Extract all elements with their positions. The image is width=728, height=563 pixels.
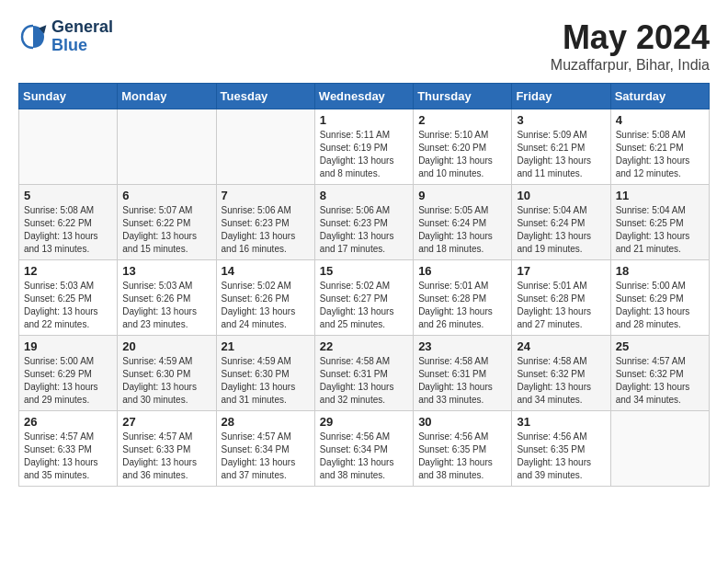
day-number: 27 [122, 415, 210, 429]
day-info: Sunrise: 5:00 AMSunset: 6:29 PMDaylight:… [616, 280, 704, 331]
calendar-cell: 15Sunrise: 5:02 AMSunset: 6:27 PMDayligh… [314, 260, 413, 336]
day-number: 9 [418, 189, 506, 202]
day-number: 31 [517, 415, 605, 429]
day-number: 25 [616, 339, 704, 353]
title-area: May 2024 Muzaffarpur, Bihar, India [551, 18, 710, 74]
calendar-cell: 8Sunrise: 5:06 AMSunset: 6:23 PMDaylight… [314, 185, 413, 260]
day-number: 11 [616, 189, 704, 202]
calendar-cell: 27Sunrise: 4:57 AMSunset: 6:33 PMDayligh… [118, 411, 216, 487]
calendar-cell: 14Sunrise: 5:02 AMSunset: 6:26 PMDayligh… [216, 260, 314, 336]
weekday-header-friday: Friday [512, 84, 610, 109]
day-number: 6 [122, 189, 210, 202]
day-info: Sunrise: 5:10 AMSunset: 6:20 PMDaylight:… [418, 129, 506, 180]
weekday-header-row: SundayMondayTuesdayWednesdayThursdayFrid… [19, 84, 710, 109]
calendar-cell [118, 109, 216, 185]
day-number: 10 [517, 189, 605, 202]
calendar-cell: 1Sunrise: 5:11 AMSunset: 6:19 PMDaylight… [314, 109, 413, 185]
day-info: Sunrise: 5:01 AMSunset: 6:28 PMDaylight:… [517, 280, 605, 331]
week-row-3: 12Sunrise: 5:03 AMSunset: 6:25 PMDayligh… [19, 260, 710, 336]
day-info: Sunrise: 5:07 AMSunset: 6:22 PMDaylight:… [122, 204, 210, 256]
day-number: 8 [320, 189, 408, 202]
calendar-cell: 19Sunrise: 5:00 AMSunset: 6:29 PMDayligh… [19, 336, 118, 411]
week-row-1: 1Sunrise: 5:11 AMSunset: 6:19 PMDaylight… [19, 109, 710, 185]
logo-icon [18, 22, 48, 52]
day-info: Sunrise: 4:56 AMSunset: 6:35 PMDaylight:… [418, 431, 506, 482]
day-info: Sunrise: 5:04 AMSunset: 6:25 PMDaylight:… [616, 204, 704, 256]
calendar-cell: 18Sunrise: 5:00 AMSunset: 6:29 PMDayligh… [610, 260, 709, 336]
weekday-header-monday: Monday [118, 84, 216, 109]
calendar-cell: 31Sunrise: 4:56 AMSunset: 6:35 PMDayligh… [512, 411, 610, 487]
calendar-cell: 7Sunrise: 5:06 AMSunset: 6:23 PMDaylight… [216, 185, 314, 260]
day-number: 28 [222, 415, 310, 429]
day-number: 15 [320, 264, 408, 278]
calendar-cell: 28Sunrise: 4:57 AMSunset: 6:34 PMDayligh… [216, 411, 314, 487]
day-info: Sunrise: 4:57 AMSunset: 6:33 PMDaylight:… [122, 431, 210, 482]
day-number: 14 [222, 264, 310, 278]
calendar-cell: 3Sunrise: 5:09 AMSunset: 6:21 PMDaylight… [512, 109, 610, 185]
day-number: 1 [320, 113, 408, 127]
day-number: 16 [418, 264, 506, 278]
day-number: 29 [320, 415, 408, 429]
day-info: Sunrise: 5:01 AMSunset: 6:28 PMDaylight:… [418, 280, 506, 331]
logo: General Blue [18, 18, 113, 55]
day-number: 4 [616, 113, 704, 127]
calendar-cell [19, 109, 118, 185]
calendar-cell: 4Sunrise: 5:08 AMSunset: 6:21 PMDaylight… [610, 109, 709, 185]
calendar-cell: 16Sunrise: 5:01 AMSunset: 6:28 PMDayligh… [414, 260, 512, 336]
calendar-cell: 11Sunrise: 5:04 AMSunset: 6:25 PMDayligh… [610, 185, 709, 260]
calendar-cell: 24Sunrise: 4:58 AMSunset: 6:32 PMDayligh… [512, 336, 610, 411]
calendar-cell [216, 109, 314, 185]
day-number: 17 [517, 264, 605, 278]
weekday-header-thursday: Thursday [414, 84, 512, 109]
day-number: 18 [616, 264, 704, 278]
day-info: Sunrise: 4:57 AMSunset: 6:33 PMDaylight:… [24, 431, 112, 482]
day-info: Sunrise: 4:58 AMSunset: 6:31 PMDaylight:… [418, 355, 506, 407]
location: Muzaffarpur, Bihar, India [551, 57, 710, 74]
week-row-5: 26Sunrise: 4:57 AMSunset: 6:33 PMDayligh… [19, 411, 710, 487]
calendar-cell: 29Sunrise: 4:56 AMSunset: 6:34 PMDayligh… [314, 411, 413, 487]
day-info: Sunrise: 5:11 AMSunset: 6:19 PMDaylight:… [320, 129, 408, 180]
calendar-cell: 20Sunrise: 4:59 AMSunset: 6:30 PMDayligh… [118, 336, 216, 411]
calendar-cell: 2Sunrise: 5:10 AMSunset: 6:20 PMDaylight… [414, 109, 512, 185]
day-info: Sunrise: 4:57 AMSunset: 6:34 PMDaylight:… [222, 431, 310, 482]
day-number: 22 [320, 339, 408, 353]
calendar-cell: 22Sunrise: 4:58 AMSunset: 6:31 PMDayligh… [314, 336, 413, 411]
day-info: Sunrise: 4:58 AMSunset: 6:31 PMDaylight:… [320, 355, 408, 407]
logo-text: General Blue [51, 18, 113, 55]
week-row-4: 19Sunrise: 5:00 AMSunset: 6:29 PMDayligh… [19, 336, 710, 411]
calendar-cell: 21Sunrise: 4:59 AMSunset: 6:30 PMDayligh… [216, 336, 314, 411]
day-info: Sunrise: 4:56 AMSunset: 6:35 PMDaylight:… [517, 431, 605, 482]
day-info: Sunrise: 4:56 AMSunset: 6:34 PMDaylight:… [320, 431, 408, 482]
day-number: 30 [418, 415, 506, 429]
day-info: Sunrise: 5:03 AMSunset: 6:25 PMDaylight:… [24, 280, 112, 331]
day-info: Sunrise: 5:08 AMSunset: 6:22 PMDaylight:… [24, 204, 112, 256]
day-info: Sunrise: 5:06 AMSunset: 6:23 PMDaylight:… [222, 204, 310, 256]
calendar-cell: 6Sunrise: 5:07 AMSunset: 6:22 PMDaylight… [118, 185, 216, 260]
weekday-header-wednesday: Wednesday [314, 84, 413, 109]
day-number: 7 [222, 189, 310, 202]
calendar-table: SundayMondayTuesdayWednesdayThursdayFrid… [18, 83, 710, 487]
calendar-cell: 30Sunrise: 4:56 AMSunset: 6:35 PMDayligh… [414, 411, 512, 487]
day-info: Sunrise: 5:06 AMSunset: 6:23 PMDaylight:… [320, 204, 408, 256]
day-number: 12 [24, 264, 112, 278]
day-number: 3 [517, 113, 605, 127]
calendar-cell: 5Sunrise: 5:08 AMSunset: 6:22 PMDaylight… [19, 185, 118, 260]
day-number: 2 [418, 113, 506, 127]
page-header: General Blue May 2024 Muzaffarpur, Bihar… [18, 18, 710, 74]
day-info: Sunrise: 5:04 AMSunset: 6:24 PMDaylight:… [517, 204, 605, 256]
calendar-cell: 9Sunrise: 5:05 AMSunset: 6:24 PMDaylight… [414, 185, 512, 260]
day-info: Sunrise: 5:02 AMSunset: 6:27 PMDaylight:… [320, 280, 408, 331]
weekday-header-sunday: Sunday [19, 84, 118, 109]
calendar-cell: 17Sunrise: 5:01 AMSunset: 6:28 PMDayligh… [512, 260, 610, 336]
day-info: Sunrise: 4:59 AMSunset: 6:30 PMDaylight:… [222, 355, 310, 407]
weekday-header-tuesday: Tuesday [216, 84, 314, 109]
day-number: 21 [222, 339, 310, 353]
day-info: Sunrise: 5:02 AMSunset: 6:26 PMDaylight:… [222, 280, 310, 331]
day-number: 20 [122, 339, 210, 353]
day-info: Sunrise: 4:57 AMSunset: 6:32 PMDaylight:… [616, 355, 704, 407]
day-number: 5 [24, 189, 112, 202]
day-info: Sunrise: 5:08 AMSunset: 6:21 PMDaylight:… [616, 129, 704, 180]
week-row-2: 5Sunrise: 5:08 AMSunset: 6:22 PMDaylight… [19, 185, 710, 260]
day-number: 24 [517, 339, 605, 353]
month-title: May 2024 [551, 18, 710, 57]
